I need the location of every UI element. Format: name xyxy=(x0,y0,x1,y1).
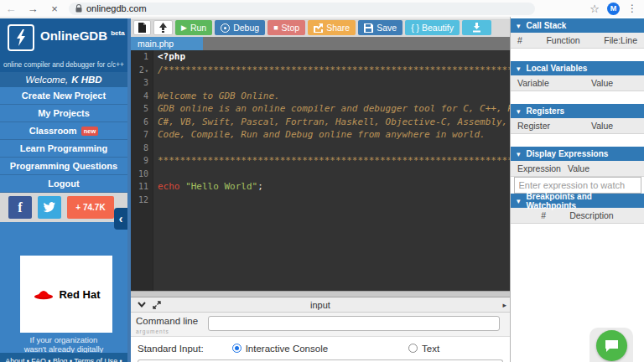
sidebar: OnlineGDB beta online compiler and debug… xyxy=(0,18,127,362)
chevron-down-icon: ▾ xyxy=(517,107,521,116)
debug-panel-sections: ▾Call Stack#FunctionFile:Line▾Local Vari… xyxy=(511,18,644,236)
browser-stop-button[interactable]: × xyxy=(44,3,65,15)
panel-resize-handle[interactable] xyxy=(131,291,510,297)
share-count-button[interactable]: + 74.7K xyxy=(67,196,114,219)
code-line: 9***************************************… xyxy=(131,154,510,168)
code-line: 7Code, Compile, Run and Debug online fro… xyxy=(131,128,510,142)
debug-section-registers: ▾RegistersRegisterValue xyxy=(511,104,644,147)
debug-section-breakpoints-and-watchpoints: ▾Breakpoints and Watchpoints#Description xyxy=(511,194,644,236)
code-editor[interactable]: 1<?php2▾/*******************************… xyxy=(131,50,510,291)
input-panel-title: input xyxy=(131,300,510,310)
code-line: 2▾/*************************************… xyxy=(131,64,510,77)
browser-profile-avatar[interactable]: M xyxy=(607,3,620,15)
sidebar-item-create-new-project[interactable]: Create New Project xyxy=(0,87,127,105)
stop-icon: ■ xyxy=(273,23,278,32)
beta-label: beta xyxy=(111,29,124,37)
save-floppy-icon xyxy=(364,23,373,33)
tab-main-php[interactable]: main.php xyxy=(131,37,203,50)
brand-title: OnlineGDB beta xyxy=(40,28,125,43)
debug-section-display-expressions: ▾Display ExpressionsExpressionValue xyxy=(511,147,644,194)
fork-button[interactable] xyxy=(153,20,173,35)
browser-back-button[interactable]: ← xyxy=(0,3,22,15)
ad-caption: If your organization wasn't already digi… xyxy=(0,335,127,354)
debug-section-local-variables: ▾Local VariablesVariableValue xyxy=(511,61,644,104)
twitter-bird-icon xyxy=(43,202,56,213)
chevron-down-icon: ▾ xyxy=(517,22,521,30)
save-button[interactable]: Save xyxy=(358,20,402,35)
chat-bubble-icon xyxy=(605,339,619,353)
code-line: 6C#, VB, Swift, Pascal, Fortran, Haskell… xyxy=(131,116,510,129)
browser-forward-button[interactable]: → xyxy=(22,3,44,15)
redhat-logo-icon xyxy=(32,286,55,303)
editor-toolbar: ▶Run Debug ■Stop Share Save { } Beautify xyxy=(131,18,510,37)
address-bar[interactable]: onlinegdb.com xyxy=(69,3,535,15)
chat-button[interactable] xyxy=(596,330,627,361)
debug-button[interactable]: Debug xyxy=(215,20,265,35)
beautify-button[interactable]: { } Beautify xyxy=(405,20,460,35)
text-input-radio[interactable] xyxy=(408,344,418,353)
sidebar-item-programming-questions[interactable]: Programming Questions xyxy=(0,158,127,175)
debug-icon xyxy=(221,23,230,33)
editor-lines: 1<?php2▾/*******************************… xyxy=(131,50,510,206)
chevron-down-icon: ▾ xyxy=(517,65,521,73)
code-line: 4Welcome to GDB Online. xyxy=(131,90,510,103)
input-panel-header: input ▸ xyxy=(131,297,510,313)
code-line: 12 xyxy=(131,194,510,207)
lightning-bolt-icon xyxy=(15,29,27,46)
download-button[interactable] xyxy=(462,20,491,35)
bookmark-star-icon[interactable]: ☆ xyxy=(589,3,600,15)
redhat-ad-text: Red Hat xyxy=(59,288,100,301)
section-header-breakpoints-and-watchpoints[interactable]: ▾Breakpoints and Watchpoints xyxy=(511,194,644,208)
run-button[interactable]: ▶Run xyxy=(175,20,212,35)
fold-marker-icon: ▾ xyxy=(145,68,148,75)
sidebar-item-logout[interactable]: Logout xyxy=(0,175,127,193)
stop-button[interactable]: ■Stop xyxy=(267,20,305,35)
sidebar-item-learn-programming[interactable]: Learn Programming xyxy=(0,140,127,158)
facebook-icon: f xyxy=(18,200,22,215)
facebook-button[interactable]: f xyxy=(8,196,32,219)
chevron-down-icon: ▾ xyxy=(517,197,521,205)
footer-links[interactable]: About • FAQ • Blog • Terms of Use • Cont… xyxy=(0,353,127,362)
fork-icon xyxy=(158,23,168,33)
url-text: onlinegdb.com xyxy=(86,3,147,13)
new-file-button[interactable] xyxy=(133,20,151,35)
welcome-banner: Welcome,K HBD xyxy=(0,72,127,87)
chat-widget-container xyxy=(589,328,633,362)
chevron-down-icon: ▾ xyxy=(517,150,521,158)
sidebar-item-classroom[interactable]: Classroomnew xyxy=(0,122,127,140)
advertisement[interactable]: Red Hat xyxy=(20,256,112,333)
username: K HBD xyxy=(71,75,101,85)
section-header-call-stack[interactable]: ▾Call Stack xyxy=(511,18,644,33)
sidebar-collapse-button[interactable]: ‹ xyxy=(114,208,127,230)
debug-panel: ▾Call Stack#FunctionFile:Line▾Local Vari… xyxy=(510,17,644,362)
new-file-icon xyxy=(138,23,146,33)
section-header-local-variables[interactable]: ▾Local Variables xyxy=(511,61,644,75)
text-input-label: Text xyxy=(422,344,439,354)
social-share-bar: f + 74.7K xyxy=(0,193,127,222)
column-headers: #FunctionFile:Line xyxy=(511,33,644,49)
main-area: ▶Run Debug ■Stop Share Save { } Beautify… xyxy=(131,18,510,362)
play-icon: ▶ xyxy=(181,23,187,32)
share-button[interactable]: Share xyxy=(308,20,356,35)
code-line: 11echo "Hello World"; xyxy=(131,180,510,194)
section-header-registers[interactable]: ▾Registers xyxy=(511,104,644,118)
section-header-display-expressions[interactable]: ▾Display Expressions xyxy=(511,147,644,161)
twitter-button[interactable] xyxy=(38,196,61,219)
brand-tagline: online compiler and debugger for c/c++ xyxy=(0,60,127,69)
browser-menu-icon[interactable]: ⋮ xyxy=(627,3,637,14)
sidebar-item-my-projects[interactable]: My Projects xyxy=(0,105,127,122)
code-line: 5GDB online is an online compiler and de… xyxy=(131,102,510,116)
onlinegdb-logo[interactable] xyxy=(8,24,34,51)
footer-links-line1: About • FAQ • Blog • Terms of Use • xyxy=(0,356,127,362)
command-line-input[interactable] xyxy=(208,316,500,331)
section-body xyxy=(511,134,644,147)
share-icon xyxy=(314,23,323,33)
standard-input-row: Standard Input: Interactive Console Text xyxy=(131,337,510,359)
tab-bar: main.php xyxy=(131,37,510,50)
column-headers: #Description xyxy=(511,208,644,224)
interactive-console-radio[interactable] xyxy=(232,344,242,353)
code-line: 3 xyxy=(131,76,510,90)
download-icon xyxy=(472,23,481,33)
code-line: 8 xyxy=(131,142,510,155)
command-line-row: Command line arguments xyxy=(131,313,510,337)
